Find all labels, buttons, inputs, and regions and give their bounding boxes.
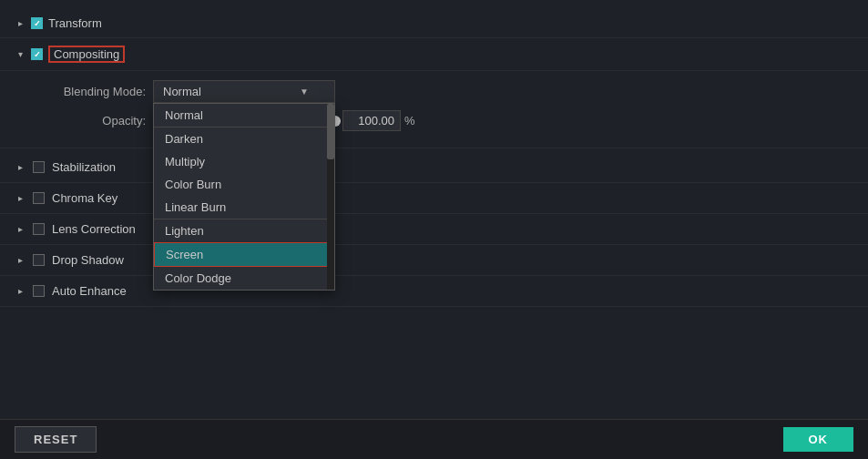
- opacity-label: Opacity:: [36, 114, 146, 128]
- chroma-key-label: Chroma Key: [52, 191, 117, 205]
- stabilization-label: Stabilization: [52, 160, 116, 174]
- blend-normal[interactable]: Normal: [154, 104, 334, 127]
- main-panel: ▸ Transform ▾ Compositing Blending Mode:…: [0, 0, 868, 459]
- blending-mode-menu: Normal Darken Multiply Color Burn Linear…: [153, 103, 335, 291]
- blending-mode-row: Blending Mode: Normal ▼ Normal Darken Mu…: [36, 80, 868, 103]
- auto-enhance-chevron[interactable]: ▸: [15, 286, 26, 297]
- auto-enhance-checkbox[interactable]: [33, 285, 45, 297]
- dropdown-scroll-thumb: [327, 104, 334, 159]
- blending-mode-dropdown[interactable]: Normal ▼: [153, 80, 335, 103]
- transform-chevron[interactable]: ▸: [15, 18, 26, 29]
- ok-button[interactable]: OK: [783, 427, 854, 452]
- reset-button[interactable]: RESET: [15, 426, 97, 453]
- drop-shadow-checkbox[interactable]: [33, 254, 45, 266]
- drop-shadow-label: Drop Shadow: [52, 253, 124, 267]
- blend-darken[interactable]: Darken: [154, 128, 334, 150]
- drop-shadow-chevron[interactable]: ▸: [15, 255, 26, 266]
- compositing-sub-panel: Blending Mode: Normal ▼ Normal Darken Mu…: [0, 71, 868, 148]
- blend-lighten[interactable]: Lighten: [154, 219, 334, 242]
- chroma-key-checkbox[interactable]: [33, 192, 45, 204]
- opacity-input[interactable]: [342, 110, 401, 131]
- opacity-value-box: %: [342, 110, 415, 131]
- content-area: ▸ Transform ▾ Compositing Blending Mode:…: [0, 0, 868, 419]
- stabilization-section[interactable]: ▸ Stabilization: [0, 152, 868, 183]
- dropdown-arrow-icon: ▼: [300, 87, 309, 97]
- compositing-section[interactable]: ▾ Compositing: [0, 38, 868, 71]
- compositing-label: Compositing: [54, 47, 119, 61]
- blend-screen[interactable]: Screen: [154, 242, 334, 267]
- bottom-bar: RESET OK: [0, 419, 868, 459]
- transform-checkbox[interactable]: [31, 17, 43, 29]
- auto-enhance-section[interactable]: ▸ Auto Enhance: [0, 276, 868, 307]
- blend-linear-burn[interactable]: Linear Burn: [154, 196, 334, 219]
- compositing-chevron[interactable]: ▾: [15, 49, 26, 60]
- lens-correction-section[interactable]: ▸ Lens Correction: [0, 214, 868, 245]
- drop-shadow-section[interactable]: ▸ Drop Shadow: [0, 245, 868, 276]
- blend-multiply[interactable]: Multiply: [154, 150, 334, 173]
- opacity-unit: %: [404, 114, 415, 128]
- compositing-checkbox[interactable]: [31, 48, 43, 60]
- stabilization-checkbox[interactable]: [33, 161, 45, 173]
- transform-label: Transform: [48, 16, 102, 30]
- auto-enhance-label: Auto Enhance: [52, 284, 127, 298]
- blend-color-burn[interactable]: Color Burn: [154, 173, 334, 196]
- lens-correction-checkbox[interactable]: [33, 223, 45, 235]
- transform-section[interactable]: ▸ Transform: [0, 9, 868, 38]
- panel-items: ▸ Stabilization ▸ Chroma Key ▸ Lens Corr…: [0, 148, 868, 311]
- chroma-key-section[interactable]: ▸ Chroma Key: [0, 183, 868, 214]
- blending-mode-dropdown-container: Normal ▼ Normal Darken Multiply Color Bu…: [153, 80, 335, 103]
- blending-mode-label: Blending Mode:: [36, 85, 146, 98]
- stabilization-chevron[interactable]: ▸: [15, 162, 26, 173]
- blending-mode-value: Normal: [163, 85, 201, 98]
- blend-color-dodge[interactable]: Color Dodge: [154, 267, 334, 290]
- lens-correction-chevron[interactable]: ▸: [15, 224, 26, 235]
- dropdown-scrollbar[interactable]: [327, 104, 334, 290]
- chroma-key-chevron[interactable]: ▸: [15, 193, 26, 204]
- compositing-label-box: Compositing: [48, 46, 125, 63]
- lens-correction-label: Lens Correction: [52, 222, 136, 236]
